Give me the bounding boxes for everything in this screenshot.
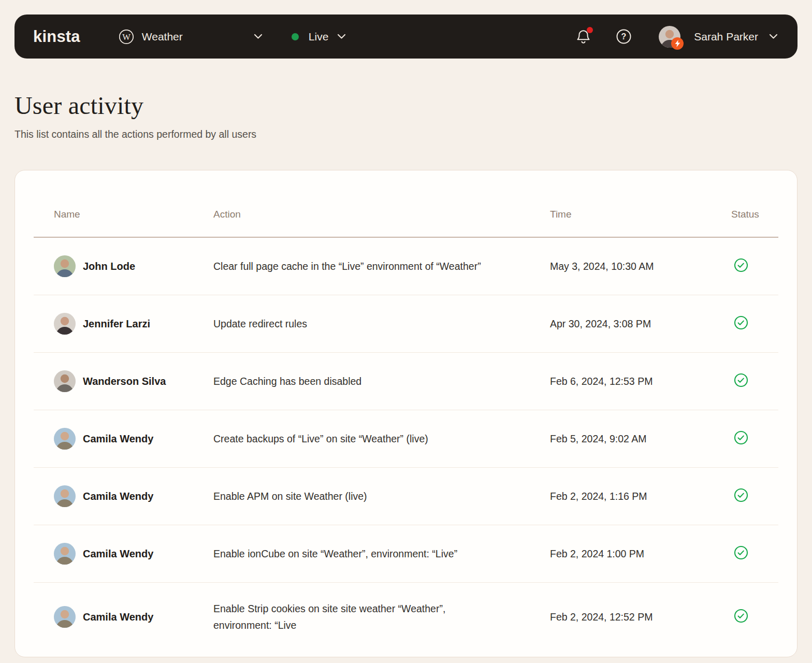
action-cell: Clear full page cache in the “Live” envi… <box>213 258 550 275</box>
name-cell: Wanderson Silva <box>54 370 213 392</box>
time-cell: May 3, 2024, 10:30 AM <box>550 261 724 272</box>
notification-unread-badge <box>587 27 593 33</box>
user-activity-card: Name Action Time Status John Lode C <box>15 170 798 657</box>
user-avatar <box>54 428 76 450</box>
top-navigation-bar: kinsta W Weather Live <box>15 15 798 59</box>
status-cell <box>724 609 778 625</box>
time-text: May 3, 2024, 10:30 AM <box>550 261 654 272</box>
table-row: Wanderson Silva Edge Caching has been di… <box>34 352 778 410</box>
chevron-down-icon <box>769 32 778 41</box>
table-row: John Lode Clear full page cache in the “… <box>34 238 778 295</box>
status-cell <box>724 488 778 505</box>
user-name-label: Sarah Parker <box>694 31 758 43</box>
user-name: Wanderson Silva <box>83 376 166 387</box>
status-success-icon <box>734 488 748 502</box>
svg-text:W: W <box>122 32 130 41</box>
site-selector-dropdown[interactable]: W Weather <box>119 29 263 45</box>
user-avatar <box>54 313 76 335</box>
time-cell: Feb 5, 2024, 9:02 AM <box>550 433 724 445</box>
live-status-dot-icon <box>292 33 299 40</box>
time-cell: Feb 2, 2024, 12:52 PM <box>550 611 724 623</box>
time-cell: Apr 30, 2024, 3:08 PM <box>550 318 724 330</box>
time-text: Feb 2, 2024, 1:16 PM <box>550 491 647 502</box>
user-avatar <box>54 255 76 277</box>
user-name: Camila Wendy <box>83 611 153 623</box>
topbar-right-actions: ? Sarah Parker <box>576 26 778 48</box>
name-cell: Camila Wendy <box>54 543 213 565</box>
name-cell: John Lode <box>54 255 213 277</box>
user-name: Camila Wendy <box>83 433 153 445</box>
status-cell <box>724 430 778 447</box>
environment-selector-dropdown[interactable]: Live <box>292 31 346 43</box>
time-text: Feb 2, 2024 1:00 PM <box>550 548 644 559</box>
action-text: Edge Caching has been disabled <box>213 373 361 390</box>
status-cell <box>724 258 778 275</box>
action-cell: Create backups of “Live” on site “Weathe… <box>213 430 550 447</box>
action-cell: Edge Caching has been disabled <box>213 373 550 390</box>
time-text: Feb 6, 2024, 12:53 PM <box>550 376 653 387</box>
action-text: Enable APM on site Weather (live) <box>213 488 367 505</box>
chevron-down-icon <box>337 32 346 41</box>
page-subtitle: This list contains all the actions perfo… <box>15 128 798 140</box>
action-text: Create backups of “Live” on site “Weathe… <box>213 430 428 447</box>
table-row: Camila Wendy Enable ionCube on site “Wea… <box>34 525 778 582</box>
status-success-icon <box>734 545 748 560</box>
name-cell: Camila Wendy <box>54 428 213 450</box>
table-row: Jennifer Larzi Update redirect rules Apr… <box>34 295 778 352</box>
time-cell: Feb 2, 2024, 1:16 PM <box>550 491 724 502</box>
table-row: Camila Wendy Create backups of “Live” on… <box>34 410 778 467</box>
status-cell <box>724 373 778 390</box>
time-text: Feb 5, 2024, 9:02 AM <box>550 433 646 444</box>
action-cell: Enable ionCube on site “Weather”, enviro… <box>213 545 550 562</box>
time-text: Feb 2, 2024, 12:52 PM <box>550 611 653 623</box>
user-name: Camila Wendy <box>83 548 153 560</box>
notifications-button[interactable] <box>576 29 590 44</box>
table-body: John Lode Clear full page cache in the “… <box>34 238 778 651</box>
status-success-icon <box>734 315 748 330</box>
help-button[interactable]: ? <box>616 28 632 45</box>
page-title: User activity <box>15 91 798 120</box>
action-text: Enable Strip cookies on site site weathe… <box>213 600 493 633</box>
table-header-row: Name Action Time Status <box>34 170 778 238</box>
action-cell: Enable APM on site Weather (live) <box>213 488 550 505</box>
column-header-action: Action <box>213 209 550 220</box>
environment-label: Live <box>309 31 329 43</box>
user-avatar <box>54 485 76 507</box>
status-success-icon <box>734 430 748 445</box>
table-row: Camila Wendy Enable Strip cookies on sit… <box>34 582 778 651</box>
name-cell: Camila Wendy <box>54 485 213 507</box>
kinsta-logo[interactable]: kinsta <box>33 27 80 46</box>
action-cell: Enable Strip cookies on site site weathe… <box>213 600 550 633</box>
time-text: Apr 30, 2024, 3:08 PM <box>550 318 651 329</box>
user-avatar <box>54 606 76 628</box>
action-text: Clear full page cache in the “Live” envi… <box>213 258 481 275</box>
chevron-down-icon <box>254 32 263 41</box>
svg-text:?: ? <box>621 32 627 41</box>
user-avatar <box>54 543 76 565</box>
column-header-time: Time <box>550 209 724 220</box>
main-content: User activity This list contains all the… <box>0 91 812 657</box>
table-row: Camila Wendy Enable APM on site Weather … <box>34 467 778 525</box>
status-success-icon <box>734 258 748 272</box>
column-header-status: Status <box>724 209 778 220</box>
column-header-name: Name <box>54 209 213 220</box>
user-name: Jennifer Larzi <box>83 318 150 330</box>
action-cell: Update redirect rules <box>213 315 550 332</box>
question-mark-icon: ? <box>616 28 632 45</box>
time-cell: Feb 2, 2024 1:00 PM <box>550 548 724 560</box>
status-success-icon <box>734 373 748 387</box>
user-avatar <box>54 370 76 392</box>
avatar <box>659 26 680 48</box>
name-cell: Camila Wendy <box>54 606 213 628</box>
user-name: Camila Wendy <box>83 491 153 502</box>
action-text: Update redirect rules <box>213 315 307 332</box>
user-name: John Lode <box>83 261 135 272</box>
user-account-menu[interactable]: Sarah Parker <box>659 26 778 48</box>
status-cell <box>724 545 778 562</box>
action-text: Enable ionCube on site “Weather”, enviro… <box>213 545 457 562</box>
name-cell: Jennifer Larzi <box>54 313 213 335</box>
wordpress-icon: W <box>119 29 134 45</box>
lightning-badge-icon <box>671 37 684 50</box>
time-cell: Feb 6, 2024, 12:53 PM <box>550 376 724 387</box>
status-cell <box>724 315 778 332</box>
